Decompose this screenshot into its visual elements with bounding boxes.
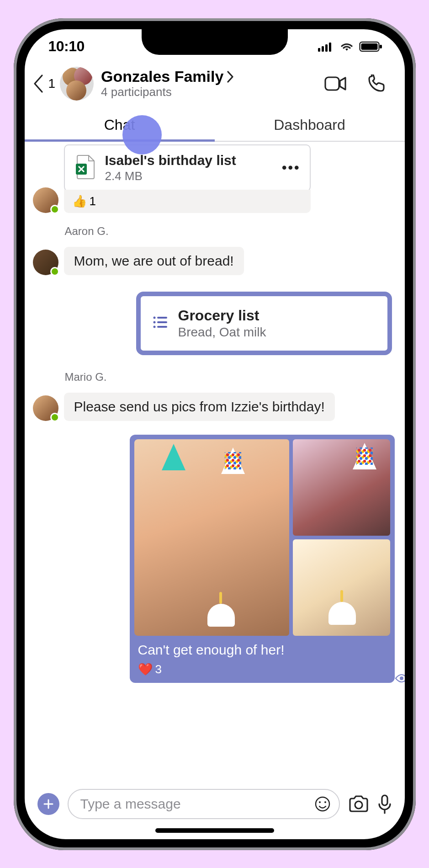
reaction-count: 3	[155, 662, 162, 676]
camera-button[interactable]	[348, 795, 369, 813]
photo-caption: Can't get enough of her!	[134, 636, 390, 660]
svg-rect-0	[318, 48, 320, 52]
reaction-count: 1	[90, 194, 96, 208]
svg-point-11	[153, 321, 155, 324]
svg-rect-5	[361, 43, 377, 50]
sender-name: Aaron G.	[65, 225, 395, 238]
back-button[interactable]: 1	[32, 74, 56, 94]
chat-title: Gonzales Family	[101, 68, 223, 85]
group-avatar[interactable]	[60, 67, 94, 101]
presence-icon	[50, 267, 59, 276]
heart-icon: ❤️	[138, 662, 153, 676]
microphone-button[interactable]	[377, 794, 392, 814]
compose-input[interactable]: Type a message	[68, 789, 340, 819]
video-call-button[interactable]	[324, 75, 347, 92]
compose-add-button[interactable]	[37, 793, 59, 815]
svg-rect-1	[322, 46, 324, 52]
tab-chat[interactable]: Chat	[25, 110, 215, 141]
list-items: Bread, Oat milk	[178, 325, 266, 340]
wifi-icon	[339, 41, 355, 52]
statusbar-time: 10:10	[48, 38, 85, 55]
avatar-sender[interactable]	[33, 250, 58, 275]
file-size: 2.4 MB	[105, 169, 273, 183]
excel-file-icon	[74, 154, 96, 181]
message-bubble[interactable]: Please send us pics from Izzie's birthda…	[64, 393, 335, 421]
chat-scroll[interactable]: Isabel's birthday list 2.4 MB ••• 👍 1 Aa…	[25, 142, 405, 781]
chevron-right-icon	[226, 70, 234, 83]
chat-subtitle: 4 participants	[101, 85, 319, 99]
photo-thumbnail[interactable]	[293, 539, 390, 636]
seen-indicator-icon	[395, 674, 405, 685]
file-title: Isabel's birthday list	[105, 153, 273, 168]
svg-point-13	[153, 326, 155, 328]
svg-rect-3	[329, 43, 331, 52]
compose-placeholder: Type a message	[80, 796, 308, 812]
file-attachment[interactable]: Isabel's birthday list 2.4 MB •••	[64, 144, 311, 192]
presence-icon	[50, 413, 59, 422]
message-text: Please send us pics from Izzie's birthda…	[74, 399, 325, 414]
svg-point-16	[316, 797, 329, 811]
avatar-sender[interactable]	[33, 395, 58, 421]
photo-thumbnail[interactable]	[134, 439, 290, 636]
svg-rect-2	[325, 44, 328, 52]
file-more-button[interactable]: •••	[282, 160, 301, 176]
audio-call-button[interactable]	[367, 75, 386, 93]
message-reactions[interactable]: ❤️ 3	[134, 660, 390, 676]
presence-icon	[50, 205, 59, 214]
svg-rect-6	[380, 45, 382, 48]
svg-rect-10	[157, 317, 167, 319]
chevron-left-icon	[32, 74, 46, 94]
list-title: Grocery list	[178, 307, 266, 324]
back-unread-count: 1	[48, 76, 56, 91]
svg-rect-12	[157, 321, 167, 323]
photo-grid[interactable]	[134, 439, 390, 636]
svg-rect-20	[382, 795, 387, 805]
tabbar: Chat Dashboard	[25, 110, 405, 142]
cellular-icon	[318, 42, 334, 52]
device-notch	[142, 29, 288, 55]
svg-rect-14	[157, 326, 167, 328]
tab-dashboard-label: Dashboard	[274, 117, 345, 133]
active-tab-underline	[25, 139, 215, 142]
photo-message[interactable]: Can't get enough of her! ❤️ 3	[130, 435, 395, 683]
sender-name: Mario G.	[65, 371, 395, 383]
svg-rect-7	[325, 77, 339, 90]
list-icon	[153, 316, 168, 330]
svg-point-15	[400, 676, 403, 680]
thumbsup-icon: 👍	[72, 194, 87, 208]
chat-title-block[interactable]: Gonzales Family 4 participants	[101, 68, 319, 99]
avatar-sender[interactable]	[33, 187, 58, 213]
svg-point-9	[153, 317, 155, 319]
attention-indicator	[122, 115, 162, 154]
battery-icon	[359, 41, 383, 52]
chat-header: 1 Gonzales Family 4 participants	[25, 64, 405, 105]
message-bubble[interactable]: Mom, we are out of bread!	[64, 247, 244, 275]
message-text: Mom, we are out of bread!	[74, 253, 234, 268]
photo-thumbnail[interactable]	[293, 439, 390, 536]
svg-point-19	[355, 801, 362, 809]
svg-point-17	[319, 801, 321, 803]
tab-dashboard[interactable]: Dashboard	[215, 110, 405, 141]
home-indicator[interactable]	[155, 828, 274, 833]
svg-point-18	[324, 801, 326, 803]
message-reactions[interactable]: 👍 1	[64, 190, 311, 213]
grocery-list-card[interactable]: Grocery list Bread, Oat milk	[136, 292, 392, 355]
emoji-picker-button[interactable]	[314, 796, 331, 812]
